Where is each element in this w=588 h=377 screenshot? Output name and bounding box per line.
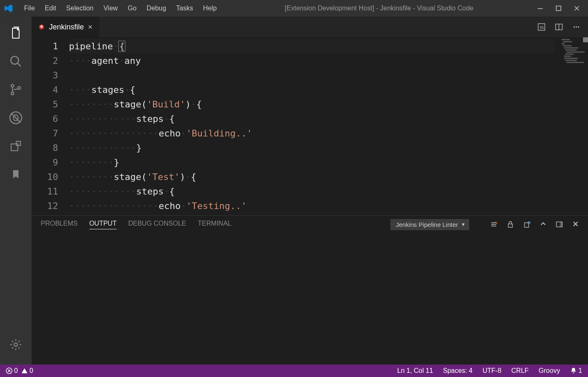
status-line-col[interactable]: Ln 1, Col 11 [397, 367, 433, 375]
svg-point-3 [11, 84, 14, 87]
title-bar: File Edit Selection View Go Debug Tasks … [0, 0, 588, 17]
settings-gear-icon[interactable] [7, 336, 24, 353]
svg-text:01: 01 [540, 25, 544, 29]
activity-bar [0, 17, 32, 365]
panel-maximize-icon[interactable] [556, 221, 563, 228]
panel-tab-output[interactable]: OUTPUT [89, 220, 117, 229]
explorer-icon[interactable] [7, 25, 24, 41]
svg-point-17 [574, 27, 575, 28]
svg-rect-1 [556, 6, 561, 11]
menu-go[interactable]: Go [124, 3, 141, 14]
menu-bar: File Edit Selection View Go Debug Tasks … [20, 3, 221, 14]
notifications-count: 1 [578, 367, 582, 374]
svg-rect-0 [538, 8, 543, 9]
tab-close-icon[interactable]: × [88, 23, 93, 32]
open-file-icon[interactable] [523, 221, 531, 228]
menu-debug[interactable]: Debug [142, 3, 170, 14]
tab-jenkinsfile[interactable]: Jenkinsfile × [32, 17, 100, 37]
source-control-icon[interactable] [7, 81, 24, 98]
extensions-icon[interactable] [7, 138, 24, 154]
code-area[interactable]: pipeline·{····agent·any····stages·{·····… [69, 37, 555, 215]
panel-collapse-icon[interactable] [540, 221, 546, 228]
menu-view[interactable]: View [99, 3, 122, 14]
svg-rect-9 [16, 141, 20, 146]
editor-tabs: Jenkinsfile × 01 [32, 17, 588, 37]
svg-point-12 [41, 26, 43, 28]
debug-icon[interactable] [7, 109, 24, 126]
status-language[interactable]: Groovy [539, 367, 560, 375]
svg-rect-20 [508, 224, 512, 227]
vscode-logo-icon [4, 3, 14, 13]
status-bar: 0 0 Ln 1, Col 11 Spaces: 4 UTF-8 CRLF Gr… [0, 365, 588, 377]
warnings-count: 0 [29, 367, 33, 375]
status-encoding[interactable]: UTF-8 [483, 367, 501, 375]
svg-point-4 [11, 92, 14, 95]
errors-count: 0 [14, 367, 18, 375]
status-notifications[interactable]: 1 [570, 367, 582, 375]
panel-actions [490, 221, 579, 228]
editor-content[interactable]: 123456789101112 pipeline·{····agent·any·… [32, 37, 588, 215]
svg-point-5 [18, 87, 21, 90]
svg-point-10 [14, 343, 17, 346]
menu-edit[interactable]: Edit [41, 3, 61, 14]
clear-output-icon[interactable] [490, 221, 497, 228]
svg-rect-8 [11, 144, 18, 151]
panel-tab-terminal[interactable]: TERMINAL [198, 220, 231, 229]
menu-help[interactable]: Help [199, 3, 221, 14]
svg-point-18 [576, 27, 577, 28]
menu-file[interactable]: File [20, 3, 39, 14]
minimap[interactable] [555, 37, 588, 215]
split-editor-icon[interactable] [555, 23, 563, 31]
window-title: [Extension Development Host] - Jenkinsfi… [221, 5, 537, 12]
panel-tab-problems[interactable]: PROBLEMS [41, 220, 78, 229]
svg-point-2 [11, 56, 19, 64]
close-button[interactable] [574, 5, 580, 11]
svg-rect-23 [560, 222, 562, 227]
editor-zone: Jenkinsfile × 01 123456789101112 pipelin… [32, 17, 588, 365]
maximize-button[interactable] [556, 5, 561, 11]
bottom-panel: PROBLEMS OUTPUT DEBUG CONSOLE TERMINAL J… [32, 215, 588, 365]
output-body[interactable] [32, 233, 588, 365]
jenkins-file-icon [38, 24, 45, 30]
menu-selection[interactable]: Selection [62, 3, 98, 14]
status-indent[interactable]: Spaces: 4 [443, 367, 473, 375]
status-errors[interactable]: 0 [6, 367, 18, 375]
tab-label: Jenkinsfile [49, 23, 84, 32]
scrollbar-thumb[interactable] [583, 37, 588, 42]
lock-scroll-icon[interactable] [507, 221, 514, 228]
window-controls [537, 5, 584, 11]
svg-point-19 [578, 27, 579, 28]
search-icon[interactable] [7, 53, 24, 70]
bookmark-icon[interactable] [7, 166, 24, 182]
panel-close-icon[interactable] [572, 221, 579, 228]
output-channel-dropdown[interactable]: Jenkins Pipeline Linter [390, 219, 469, 230]
open-changes-icon[interactable]: 01 [537, 23, 546, 31]
panel-tabs: PROBLEMS OUTPUT DEBUG CONSOLE TERMINAL J… [32, 216, 588, 233]
main-area: Jenkinsfile × 01 123456789101112 pipelin… [0, 17, 588, 365]
minimize-button[interactable] [537, 5, 543, 11]
status-eol[interactable]: CRLF [511, 367, 529, 375]
panel-tab-debug-console[interactable]: DEBUG CONSOLE [128, 220, 186, 229]
status-warnings[interactable]: 0 [21, 367, 33, 375]
menu-tasks[interactable]: Tasks [172, 3, 197, 14]
more-actions-icon[interactable] [572, 23, 581, 31]
editor-actions: 01 [537, 17, 588, 37]
line-gutter: 123456789101112 [32, 37, 69, 215]
